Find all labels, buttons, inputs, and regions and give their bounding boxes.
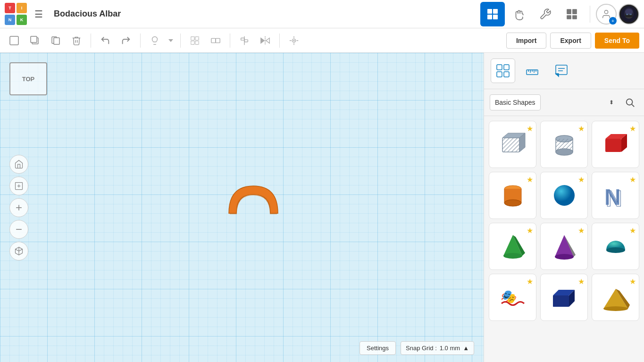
fit-view-button[interactable] (9, 177, 28, 195)
svg-rect-15 (10, 36, 18, 45)
svg-point-34 (293, 40, 294, 41)
light-button[interactable] (145, 31, 164, 50)
snap-grid-control: Snap Grid : 1.0 mm ▲ (401, 341, 474, 355)
canvas-area[interactable]: TOP (0, 53, 484, 362)
toolbar: Import Export Send To (0, 28, 644, 53)
separator-2 (140, 34, 141, 48)
blocks-button[interactable] (560, 2, 584, 26)
svg-rect-6 (567, 9, 571, 14)
view-label: TOP (9, 62, 47, 95)
3d-view-button[interactable] (9, 242, 28, 261)
right-panel: Basic Shapes ⬍ ★ (484, 53, 644, 362)
shapes-dropdown[interactable]: Basic Shapes (490, 94, 541, 110)
shape-sphere[interactable]: ★ (540, 172, 588, 219)
svg-rect-7 (572, 9, 577, 14)
svg-rect-49 (556, 65, 567, 75)
zoom-in-button[interactable] (9, 198, 28, 217)
delete-button[interactable] (67, 31, 86, 50)
settings-button[interactable]: Settings (360, 341, 396, 355)
panel-icons (484, 53, 644, 89)
svg-rect-28 (241, 38, 244, 40)
grid-view-button[interactable] (480, 2, 505, 26)
main: TOP (0, 53, 644, 362)
snap-grid-label: Snap Grid : (406, 345, 437, 352)
logo-n: N (5, 15, 15, 25)
snap-grid-arrows[interactable]: ▲ (463, 345, 469, 352)
shape-cube-red[interactable]: ★ (592, 121, 639, 168)
new-shape-button[interactable] (5, 31, 24, 50)
shape-text-wavy[interactable]: ★ 🎭 (489, 274, 536, 321)
sendto-button[interactable]: Send To (595, 33, 639, 49)
svg-line-53 (632, 104, 634, 107)
svg-marker-32 (266, 38, 269, 43)
duplicate-button[interactable] (25, 31, 44, 50)
logo-i: I (17, 3, 27, 13)
svg-point-88 (603, 306, 628, 311)
export-button[interactable]: Export (550, 33, 591, 49)
light-dropdown-button[interactable] (166, 31, 176, 50)
svg-rect-4 (567, 15, 571, 19)
separator-5 (279, 34, 280, 48)
shapes-dropdown-wrapper: Basic Shapes ⬍ (490, 94, 618, 110)
svg-rect-64 (605, 139, 621, 152)
group-button[interactable] (185, 31, 204, 50)
zoom-out-button[interactable] (9, 220, 28, 239)
shape-cone-purple[interactable]: ★ (540, 223, 588, 270)
logo-t: T (5, 3, 15, 13)
svg-point-77 (503, 253, 522, 259)
svg-rect-41 (497, 72, 502, 77)
svg-rect-25 (211, 38, 216, 42)
shape-cylinder-gray[interactable]: ★ (540, 121, 588, 168)
svg-rect-17 (31, 36, 37, 42)
shape-cylinder-orange[interactable]: ★ (489, 172, 536, 219)
shapes-panel-button[interactable] (491, 59, 515, 83)
snap-button[interactable] (284, 31, 303, 50)
ungroup-button[interactable] (206, 31, 225, 50)
project-title: Bodacious Albar (54, 9, 476, 19)
import-button[interactable]: Import (506, 33, 547, 49)
shape-box-blue[interactable]: ★ (540, 274, 588, 321)
tinkercad-logo[interactable]: T I N K (5, 3, 27, 25)
mirror-button[interactable] (256, 31, 275, 50)
star-icon: ★ (629, 175, 636, 184)
svg-rect-42 (504, 72, 509, 77)
ruler-button[interactable] (520, 59, 544, 83)
shape-text-n[interactable]: ★ N N (592, 172, 639, 219)
svg-point-52 (627, 99, 633, 105)
svg-marker-78 (555, 235, 574, 257)
svg-rect-0 (487, 9, 492, 14)
menu-icon[interactable]: ☰ (32, 6, 45, 22)
svg-rect-23 (191, 41, 194, 44)
search-button[interactable] (621, 94, 638, 111)
align-button[interactable] (235, 31, 254, 50)
notes-button[interactable] (549, 59, 574, 83)
svg-rect-13 (626, 14, 628, 15)
shape-half-sphere[interactable]: ★ (592, 223, 639, 270)
shape-pyramid-green[interactable]: ★ (489, 223, 536, 270)
arch-shape[interactable] (225, 181, 282, 221)
star-icon: ★ (527, 226, 533, 235)
star-icon: ★ (527, 277, 533, 286)
shape-pyramid-yellow[interactable]: ★ (592, 274, 639, 321)
copy-button[interactable] (46, 31, 65, 50)
profile-button[interactable] (619, 4, 639, 25)
separator-4 (230, 34, 230, 48)
svg-rect-83 (553, 295, 569, 307)
home-view-button[interactable] (9, 155, 28, 174)
dropdown-arrow-icon: ⬍ (609, 99, 614, 106)
shape-box[interactable]: ★ (489, 121, 536, 168)
svg-point-81 (606, 247, 625, 253)
add-user-button[interactable]: + (596, 4, 617, 25)
tools-button[interactable] (533, 2, 558, 26)
hand-button[interactable] (507, 2, 531, 26)
svg-point-79 (555, 254, 574, 260)
svg-point-61 (556, 149, 573, 155)
star-icon: ★ (629, 124, 636, 133)
redo-button[interactable] (117, 31, 135, 50)
svg-rect-39 (497, 65, 502, 70)
svg-text:🎭: 🎭 (499, 289, 519, 304)
svg-text:N: N (606, 186, 622, 210)
undo-button[interactable] (96, 31, 115, 50)
svg-rect-5 (572, 15, 577, 19)
snap-grid-value: 1.0 mm (440, 345, 460, 352)
